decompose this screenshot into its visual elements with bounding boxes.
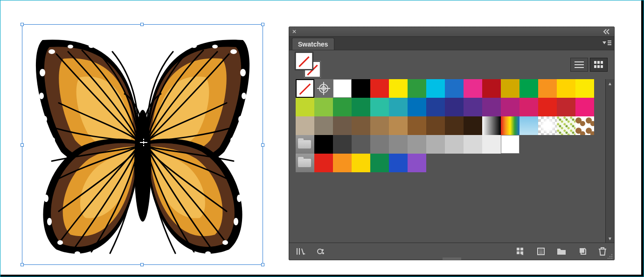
swatch-1-6[interactable] — [408, 98, 426, 116]
swatch-3-0[interactable] — [296, 135, 314, 154]
selection-handle-se[interactable] — [261, 263, 264, 266]
swatch-3-8[interactable] — [445, 135, 464, 154]
swatch-1-7[interactable] — [426, 98, 445, 116]
swatch-libraries-button[interactable] — [296, 246, 306, 257]
swatch-1-10[interactable] — [482, 98, 501, 116]
swatch-4-4[interactable] — [370, 154, 389, 172]
swatch-2-0[interactable] — [296, 116, 314, 135]
swatch-1-1[interactable] — [314, 98, 333, 116]
panel-titlebar[interactable]: ✕ — [289, 27, 614, 37]
panel-menu-icon[interactable] — [599, 38, 614, 49]
fill-swatch[interactable] — [296, 53, 312, 69]
swatch-4-1[interactable] — [314, 154, 333, 172]
swatch-2-13[interactable] — [538, 116, 557, 135]
list-view-button[interactable] — [570, 58, 588, 72]
swatch-2-5[interactable] — [389, 116, 408, 135]
swatch-2-2[interactable] — [333, 116, 352, 135]
swatch-0-0[interactable] — [296, 79, 314, 98]
swatch-2-12[interactable] — [519, 116, 538, 135]
swatch-2-4[interactable] — [370, 116, 389, 135]
swatch-0-1[interactable] — [314, 79, 333, 98]
new-folder-button[interactable] — [556, 246, 567, 257]
swatch-4-5[interactable] — [389, 154, 408, 172]
swatch-0-15[interactable] — [575, 79, 594, 98]
scroll-down-icon[interactable]: ▼ — [606, 234, 614, 243]
swatch-0-12[interactable] — [519, 79, 538, 98]
selection-center-icon — [140, 139, 147, 146]
show-kinds-button[interactable] — [316, 246, 326, 257]
fill-stroke-indicator[interactable] — [296, 53, 320, 77]
selection-handle-s[interactable] — [140, 263, 144, 266]
swatch-3-4[interactable] — [370, 135, 389, 154]
swatch-1-8[interactable] — [445, 98, 464, 116]
swatch-0-10[interactable] — [482, 79, 501, 98]
selection-handle-ne[interactable] — [261, 23, 264, 26]
swatch-0-6[interactable] — [408, 79, 426, 98]
swatch-3-7[interactable] — [426, 135, 445, 154]
swatches-tab[interactable]: Swatches — [292, 38, 334, 50]
swatch-1-0[interactable] — [296, 98, 314, 116]
swatch-3-10[interactable] — [482, 135, 501, 154]
svg-rect-28 — [601, 61, 603, 64]
swatch-3-5[interactable] — [389, 135, 408, 154]
new-swatch-button[interactable] — [577, 246, 587, 257]
swatch-0-2[interactable] — [333, 79, 352, 98]
swatch-1-14[interactable] — [557, 98, 575, 116]
scroll-up-icon[interactable]: ▲ — [606, 79, 614, 88]
swatch-2-7[interactable] — [426, 116, 445, 135]
swatch-3-11[interactable] — [501, 135, 519, 154]
swatch-1-2[interactable] — [333, 98, 352, 116]
swatch-2-15[interactable] — [575, 116, 594, 135]
swatch-4-3[interactable] — [352, 154, 370, 172]
thumbnail-view-button[interactable] — [590, 58, 608, 72]
svg-point-40 — [322, 249, 324, 251]
selection-handle-nw[interactable] — [21, 23, 24, 26]
swatch-0-13[interactable] — [538, 79, 557, 98]
swatch-4-6[interactable] — [408, 154, 426, 172]
swatch-2-3[interactable] — [352, 116, 370, 135]
swatch-2-6[interactable] — [408, 116, 426, 135]
swatch-2-8[interactable] — [445, 116, 464, 135]
panel-drag-handle[interactable] — [438, 257, 466, 260]
swatch-3-9[interactable] — [464, 135, 482, 154]
swatch-3-6[interactable] — [408, 135, 426, 154]
delete-swatch-button[interactable] — [597, 246, 608, 257]
selection-handle-sw[interactable] — [21, 263, 24, 266]
swatch-0-4[interactable] — [370, 79, 389, 98]
panel-collapse-icon[interactable] — [603, 29, 611, 34]
swatch-0-11[interactable] — [501, 79, 519, 98]
swatch-1-9[interactable] — [464, 98, 482, 116]
swatch-1-12[interactable] — [519, 98, 538, 116]
swatch-options-button[interactable] — [515, 246, 526, 257]
swatch-1-13[interactable] — [538, 98, 557, 116]
swatch-0-5[interactable] — [389, 79, 408, 98]
selection-handle-e[interactable] — [261, 143, 264, 147]
swatch-0-7[interactable] — [426, 79, 445, 98]
panel-scrollbar[interactable]: ▲ ▼ — [605, 79, 614, 243]
panel-close-icon[interactable]: ✕ — [292, 28, 297, 35]
swatch-1-4[interactable] — [370, 98, 389, 116]
swatch-0-14[interactable] — [557, 79, 575, 98]
swatch-2-11[interactable] — [501, 116, 519, 135]
swatch-3-3[interactable] — [352, 135, 370, 154]
swatch-4-2[interactable] — [333, 154, 352, 172]
new-color-group-button[interactable] — [536, 246, 546, 257]
swatch-2-10[interactable] — [482, 116, 501, 135]
swatch-1-3[interactable] — [352, 98, 370, 116]
swatch-3-2[interactable] — [333, 135, 352, 154]
swatch-0-3[interactable] — [352, 79, 370, 98]
swatch-4-0[interactable] — [296, 154, 314, 172]
swatch-2-1[interactable] — [314, 116, 333, 135]
selection-handle-w[interactable] — [21, 143, 24, 147]
svg-rect-46 — [538, 248, 544, 255]
swatch-2-9[interactable] — [464, 116, 482, 135]
swatch-0-8[interactable] — [445, 79, 464, 98]
swatch-3-1[interactable] — [314, 135, 333, 154]
swatch-0-9[interactable] — [464, 79, 482, 98]
panel-resize-grip[interactable] — [607, 252, 613, 259]
swatch-1-5[interactable] — [389, 98, 408, 116]
selection-handle-n[interactable] — [140, 23, 144, 26]
swatch-1-11[interactable] — [501, 98, 519, 116]
swatch-1-15[interactable] — [575, 98, 594, 116]
swatch-2-14[interactable] — [557, 116, 575, 135]
